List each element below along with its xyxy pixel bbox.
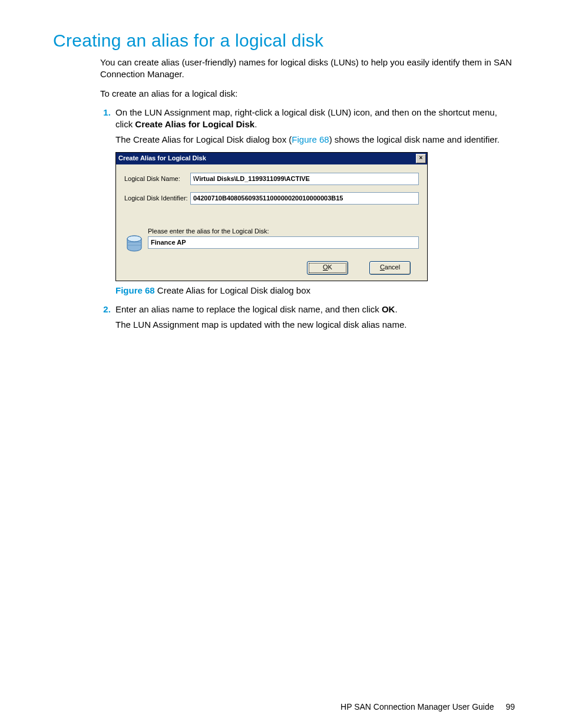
alias-input[interactable]: Finance AP — [148, 236, 419, 249]
section-heading: Creating an alias for a logical disk — [53, 31, 515, 51]
field-disk-id: 04200710B40805609351100000020010000003B1… — [190, 192, 419, 205]
step-1-bold: Create Alias for Logical Disk — [135, 119, 254, 129]
step-2-bold: OK — [382, 304, 395, 314]
cancel-button[interactable]: Cancel — [369, 261, 411, 275]
step-1-period: . — [254, 119, 257, 129]
dialog-body: Logical Disk Name: \Virtual Disks\LD_119… — [116, 164, 427, 281]
figure-caption: Figure 68 Create Alias for Logical Disk … — [115, 285, 515, 297]
step-1-sub-b: ) shows the logical disk name and identi… — [329, 134, 500, 144]
page-number: 99 — [505, 702, 515, 711]
label-disk-name: Logical Disk Name: — [124, 174, 190, 183]
create-alias-dialog: Create Alias for Logical Disk × Logical … — [115, 152, 428, 281]
page-footer: HP SAN Connection Manager User Guide 99 — [340, 702, 515, 711]
step-2-sub: The LUN Assignment map is updated with t… — [115, 319, 515, 331]
row-disk-id: Logical Disk Identifier: 04200710B408056… — [124, 192, 419, 205]
figure-link[interactable]: Figure 68 — [292, 134, 329, 144]
intro-paragraph: You can create alias (user-friendly) nam… — [100, 57, 515, 81]
step-2-text-a: Enter an alias name to replace the logic… — [115, 304, 382, 314]
disk-icon — [124, 227, 144, 253]
field-disk-name: \Virtual Disks\LD_1199311099\ACTIVE — [190, 173, 419, 185]
step-2: Enter an alias name to replace the logic… — [113, 304, 515, 331]
figure-caption-text: Create Alias for Logical Disk dialog box — [155, 285, 310, 295]
alias-prompt: Please enter the alias for the Logical D… — [148, 227, 419, 236]
step-1-sub-a: The Create Alias for Logical Disk dialog… — [115, 134, 292, 144]
step-2-period: . — [395, 304, 397, 314]
alias-area: Please enter the alias for the Logical D… — [124, 227, 419, 253]
svg-point-1 — [127, 236, 141, 242]
ok-button[interactable]: OK — [307, 261, 348, 275]
lead-in-paragraph: To create an alias for a logical disk: — [100, 88, 515, 100]
label-disk-id: Logical Disk Identifier: — [124, 194, 190, 203]
dialog-titlebar: Create Alias for Logical Disk × — [116, 153, 427, 164]
figure-label: Figure 68 — [115, 285, 155, 295]
steps-list: On the LUN Assignment map, right-click a… — [100, 107, 515, 331]
dialog-title: Create Alias for Logical Disk — [118, 154, 206, 163]
footer-title: HP SAN Connection Manager User Guide — [340, 702, 494, 711]
step-1-sub: The Create Alias for Logical Disk dialog… — [115, 134, 515, 146]
step-1: On the LUN Assignment map, right-click a… — [113, 107, 515, 297]
close-icon[interactable]: × — [416, 154, 426, 163]
dialog-buttons: OK Cancel — [124, 261, 419, 275]
row-disk-name: Logical Disk Name: \Virtual Disks\LD_119… — [124, 173, 419, 185]
